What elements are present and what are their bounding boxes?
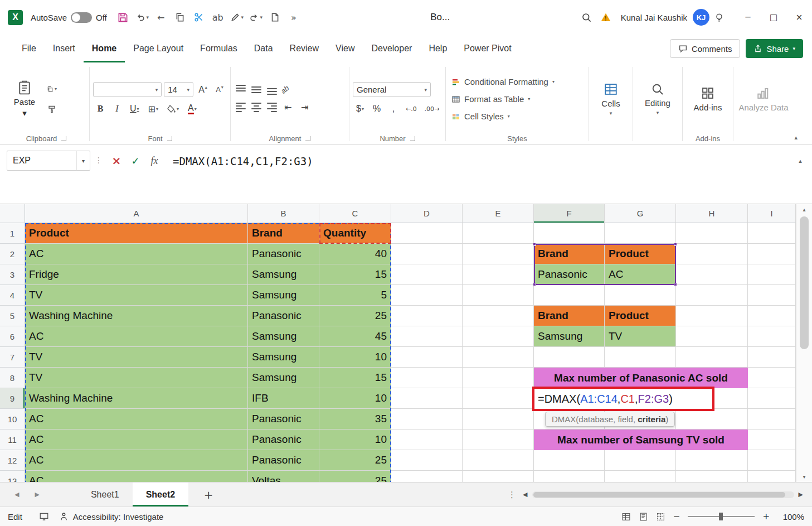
autosave-switch[interactable]: [71, 12, 92, 23]
cell-A7[interactable]: TV: [25, 347, 248, 368]
cell-C10[interactable]: 35: [319, 409, 391, 430]
number-format-combo[interactable]: General ▾: [353, 82, 431, 97]
insert-function-icon[interactable]: fx: [145, 151, 164, 171]
add-sheet-button[interactable]: +: [197, 482, 220, 506]
column-header-I[interactable]: I: [748, 204, 796, 223]
font-name-combo[interactable]: ▾: [93, 82, 162, 97]
decrease-decimal-icon[interactable]: .00→: [422, 102, 442, 116]
cell-H13[interactable]: [676, 471, 748, 482]
conditional-formatting-button[interactable]: Conditional Formatting ▾: [449, 74, 585, 89]
row-header-3[interactable]: 3: [0, 264, 25, 285]
cell-A3[interactable]: Fridge: [25, 264, 248, 285]
cell-G6[interactable]: TV: [605, 326, 676, 347]
cell-C8[interactable]: 15: [319, 368, 391, 388]
cell-I12[interactable]: [748, 450, 796, 471]
decrease-font-size-button[interactable]: A▾: [212, 83, 227, 97]
cell-B11[interactable]: Panasonic: [248, 430, 319, 450]
warning-indicator[interactable]: [596, 8, 615, 27]
italic-button[interactable]: I: [110, 102, 124, 116]
cell-A12[interactable]: AC: [25, 450, 248, 471]
vertical-scrollbar-thumb[interactable]: [800, 216, 809, 349]
cell-styles-dropdown-icon[interactable]: ▾: [508, 114, 510, 119]
view-page-break-icon[interactable]: [656, 512, 665, 522]
cell-F2[interactable]: Brand: [534, 244, 605, 264]
ribbon-tab-view[interactable]: View: [327, 35, 363, 62]
close-button[interactable]: ×: [786, 0, 812, 35]
cell-H3[interactable]: [676, 264, 748, 285]
cell-D8[interactable]: [391, 368, 463, 388]
cell-G12[interactable]: [605, 450, 676, 471]
new-document-button[interactable]: [265, 8, 284, 27]
sheet-tab-sheet1[interactable]: Sheet1: [77, 482, 133, 506]
cell-I11[interactable]: [748, 430, 796, 450]
column-header-E[interactable]: E: [463, 204, 534, 223]
ribbon-tab-data[interactable]: Data: [246, 35, 281, 62]
zoom-level[interactable]: 100%: [777, 512, 804, 522]
cell-styles-button[interactable]: Cell Styles ▾: [449, 109, 585, 124]
cell-A8[interactable]: TV: [25, 368, 248, 388]
user-avatar[interactable]: KJ: [693, 9, 709, 26]
cell-B10[interactable]: Panasonic: [248, 409, 319, 430]
cell-B1[interactable]: Brand: [248, 223, 319, 244]
cell-B3[interactable]: Samsung: [248, 264, 319, 285]
editing-button[interactable]: Editing ▾: [639, 83, 676, 115]
cell-E5[interactable]: [463, 306, 534, 326]
row-header-8[interactable]: 8: [0, 368, 25, 388]
cell-D13[interactable]: [391, 471, 463, 482]
increase-indent-icon[interactable]: ⇥: [298, 100, 312, 115]
format-painter-button[interactable]: [43, 102, 60, 117]
cell-C11[interactable]: 10: [319, 430, 391, 450]
horizontal-scrollbar[interactable]: ◀ ▶: [523, 482, 812, 506]
cell-C2[interactable]: 40: [319, 244, 391, 264]
previous-sheet-icon[interactable]: ◀: [14, 491, 19, 498]
ribbon-tab-developer[interactable]: Developer: [363, 35, 420, 62]
draw-dropdown-icon[interactable]: ▾: [241, 15, 244, 20]
cell-B8[interactable]: Samsung: [248, 368, 319, 388]
undo-button[interactable]: ▾: [133, 8, 152, 27]
cell-E10[interactable]: [463, 409, 534, 430]
cell-B6[interactable]: Samsung: [248, 326, 319, 347]
percent-style-button[interactable]: %: [369, 102, 384, 116]
scroll-left-icon[interactable]: ◀: [523, 491, 527, 498]
cell-E7[interactable]: [463, 347, 534, 368]
cell-E11[interactable]: [463, 430, 534, 450]
sheet-tab-sheet2[interactable]: Sheet2: [133, 482, 188, 506]
zoom-slider-thumb[interactable]: [719, 513, 723, 520]
cell-H1[interactable]: [676, 223, 748, 244]
tell-me-button[interactable]: [709, 8, 728, 27]
name-box-dropdown-icon[interactable]: ▾: [76, 151, 90, 170]
row-header-7[interactable]: 7: [0, 347, 25, 368]
cell-F12[interactable]: [534, 450, 605, 471]
cell-G4[interactable]: [605, 285, 676, 306]
ribbon-tab-page-layout[interactable]: Page Layout: [125, 35, 192, 62]
align-right-icon[interactable]: [265, 102, 279, 114]
cell-B9[interactable]: IFB: [248, 388, 319, 409]
cell-E12[interactable]: [463, 450, 534, 471]
maximize-button[interactable]: □: [761, 0, 786, 35]
row-header-1[interactable]: 1: [0, 223, 25, 244]
cell-I2[interactable]: [748, 244, 796, 264]
copy-dropdown-icon[interactable]: ▾: [55, 86, 57, 91]
cell-G3[interactable]: AC: [605, 264, 676, 285]
cell-I13[interactable]: [748, 471, 796, 482]
column-header-D[interactable]: D: [391, 204, 463, 223]
cell-F1[interactable]: [534, 223, 605, 244]
align-middle-icon[interactable]: [250, 84, 263, 96]
redo-button[interactable]: ▾: [246, 8, 265, 27]
cell-I6[interactable]: [748, 326, 796, 347]
cell-E3[interactable]: [463, 264, 534, 285]
align-bottom-icon[interactable]: [265, 84, 279, 96]
cell-A4[interactable]: TV: [25, 285, 248, 306]
cell-A6[interactable]: AC: [25, 326, 248, 347]
number-format-dropdown-icon[interactable]: ▾: [424, 87, 427, 93]
cell-A10[interactable]: AC: [25, 409, 248, 430]
row-header-6[interactable]: 6: [0, 326, 25, 347]
row-header-11[interactable]: 11: [0, 430, 25, 450]
cell-F5[interactable]: Brand: [534, 306, 605, 326]
cell-C4[interactable]: 5: [319, 285, 391, 306]
cell-E9[interactable]: [463, 388, 534, 409]
row-header-9[interactable]: 9: [0, 388, 25, 409]
font-color-button[interactable]: A▾: [184, 102, 200, 116]
cell-I8[interactable]: [748, 368, 796, 388]
paste-dropdown-icon[interactable]: ▾: [22, 108, 27, 118]
